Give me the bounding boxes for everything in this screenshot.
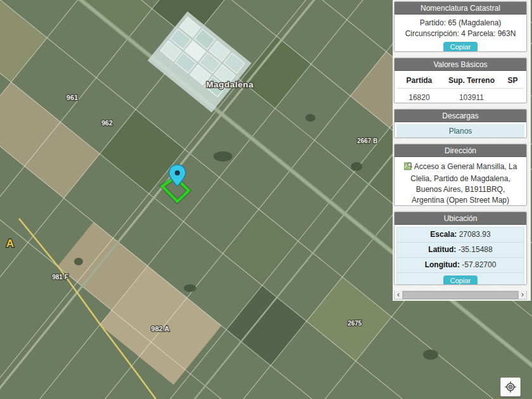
parcel-label: 2667 B xyxy=(357,137,377,144)
partido-text: Partido: 65 (Magdalena) xyxy=(397,18,524,28)
latitud-label: Latitud: xyxy=(428,245,456,254)
planos-link[interactable]: Planos xyxy=(396,124,524,138)
direccion-card: Dirección Acceso a General Mansilla, La … xyxy=(394,144,527,206)
copy-nomenclatura-button[interactable]: Copiar xyxy=(443,42,478,52)
col-sp: SP xyxy=(502,72,524,89)
descargas-header: Descargas xyxy=(395,110,526,122)
latitud-row: Latitud: -35.15488 xyxy=(397,243,524,258)
osm-map-icon xyxy=(404,162,412,174)
col-sup-terreno: Sup. Terreno xyxy=(441,72,502,89)
valores-table: Partida Sup. Terreno SP 16820 103911 xyxy=(395,71,526,103)
info-sidebar: Nomenclatura Catastral Partido: 65 (Magd… xyxy=(393,0,531,301)
cell-sup-terreno: 103911 xyxy=(441,89,502,103)
scroll-left-arrow[interactable]: ‹ xyxy=(395,291,403,299)
cell-partida: 16820 xyxy=(397,89,441,103)
scroll-right-arrow[interactable]: › xyxy=(518,291,526,299)
ubicacion-header: Ubicación xyxy=(395,212,526,225)
cell-sp xyxy=(502,89,524,103)
escala-label: Escala: xyxy=(430,230,457,239)
longitud-value: -57.82700 xyxy=(462,260,496,269)
longitud-row: Longitud: -57.82700 xyxy=(397,258,524,273)
scrollbar-thumb[interactable] xyxy=(403,291,518,299)
latitud-value: -35.15488 xyxy=(459,245,493,254)
valores-header: Valores Básicos xyxy=(395,58,526,71)
nomenclatura-header: Nomenclatura Catastral xyxy=(395,2,526,15)
copy-ubicacion-button[interactable]: Copiar xyxy=(443,276,478,286)
ubicacion-card: Ubicación Escala: 27083.93 Latitud: -35.… xyxy=(394,212,527,286)
parcel-label: 981 F xyxy=(52,274,68,281)
direccion-text: Acceso a General Mansilla, La Clelia, Pa… xyxy=(410,162,517,205)
descargas-card: Descargas Planos xyxy=(394,109,527,138)
geolocate-button[interactable] xyxy=(500,377,521,396)
parcel-label: 982 A xyxy=(151,325,170,332)
parcel-label: 961 xyxy=(66,94,78,101)
parcel-label: 962 xyxy=(101,119,113,127)
target-icon xyxy=(505,381,516,393)
escala-row: Escala: 27083.93 xyxy=(397,227,524,243)
circunscripcion-text: Circunscripción: 4 Parcela: 963N xyxy=(397,28,524,39)
app-window: Magdalena 961 962 2667 B 981 F 982 A 267… xyxy=(0,0,532,399)
escala-value: 27083.93 xyxy=(459,230,491,239)
longitud-label: Longitud: xyxy=(425,260,460,269)
nomenclatura-card: Nomenclatura Catastral Partido: 65 (Magd… xyxy=(394,1,527,52)
col-partida: Partida xyxy=(397,72,441,89)
parcel-label: 2675 xyxy=(348,320,362,327)
direccion-header: Dirección xyxy=(395,144,526,157)
sidebar-horizontal-scrollbar[interactable]: ‹ › xyxy=(394,291,527,300)
valores-card: Valores Básicos Partida Sup. Terreno SP … xyxy=(394,58,527,103)
town-label: Magdalena xyxy=(206,80,253,89)
route-shield-label: A xyxy=(6,238,14,250)
